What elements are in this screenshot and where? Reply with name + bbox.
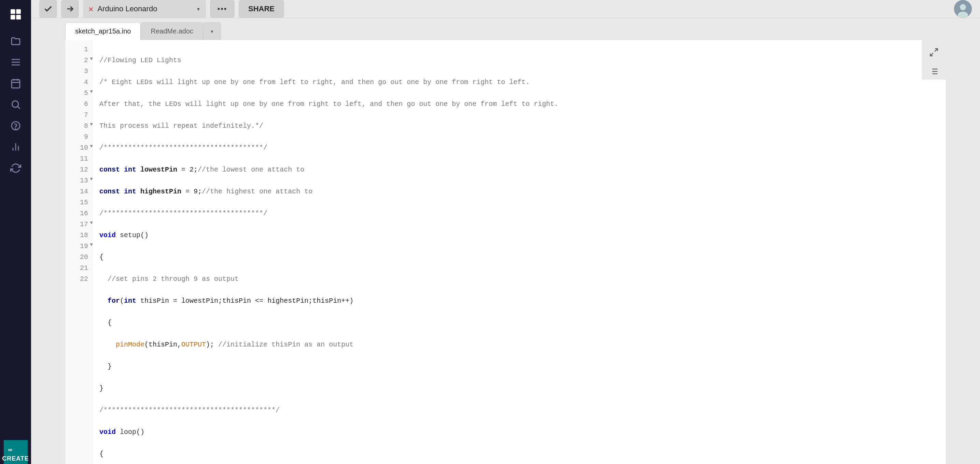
code-content: 1 2 3 4 5 6 7 8 9 10 11 12 13 14 15 16 1 (65, 40, 946, 464)
line-num-18: 18 (65, 230, 92, 241)
svg-text:∞: ∞ (8, 446, 12, 453)
sidebar-item-sync[interactable] (7, 159, 25, 177)
code-line-18: void loop() (99, 427, 939, 438)
line-num-21: 21 (65, 263, 92, 274)
line-num-3: 3 (65, 66, 92, 77)
line-num-19: 19 (65, 241, 92, 252)
board-name: Arduino Leonardo (97, 5, 192, 13)
svg-rect-2 (11, 15, 15, 20)
code-line-15: } (99, 361, 939, 372)
line-num-10: 10 (65, 142, 92, 153)
svg-line-23 (935, 49, 937, 52)
code-line-7: const int highestPin = 9;//the highest o… (99, 186, 939, 197)
expand-icon[interactable] (926, 44, 942, 61)
code-line-14: pinMode(thisPin,OUTPUT); //initialize th… (99, 339, 939, 350)
main-content: ✕ Arduino Leonardo ▾ ••• SHARE sketch_ap… (31, 0, 980, 464)
line-num-12: 12 (65, 164, 92, 175)
list-icon[interactable] (926, 63, 942, 80)
line-num-6: 6 (65, 99, 92, 110)
svg-line-24 (931, 53, 933, 56)
code-line-2: /* Eight LEDs will light up one by one f… (99, 77, 939, 88)
tabs-bar: sketch_apr15a.ino ReadMe.adoc ▾ (31, 18, 980, 40)
svg-rect-3 (16, 15, 21, 20)
code-line-11: //set pins 2 through 9 as output (99, 274, 939, 285)
line-num-9: 9 (65, 132, 92, 142)
line-numbers: 1 2 3 4 5 6 7 8 9 10 11 12 13 14 15 16 1 (65, 40, 92, 464)
line-num-14: 14 (65, 186, 92, 197)
tab-main[interactable]: sketch_apr15a.ino (65, 22, 141, 40)
svg-point-14 (15, 129, 16, 129)
svg-rect-0 (11, 9, 15, 14)
line-num-7: 7 (65, 110, 92, 121)
sidebar-item-calendar[interactable] (7, 75, 25, 92)
svg-point-11 (12, 101, 18, 107)
code-line-12: for(int thisPin = lowestPin;thisPin <= h… (99, 295, 939, 306)
line-num-15: 15 (65, 197, 92, 208)
upload-button[interactable] (61, 0, 79, 18)
create-label: CREATE (2, 455, 29, 462)
svg-line-12 (18, 107, 20, 108)
code-line-4: This process will repeat indefinitely.*/ (99, 121, 939, 132)
sidebar-item-search[interactable] (7, 96, 25, 113)
sidebar-item-analytics[interactable] (7, 138, 25, 156)
create-logo: ∞ CREATE (4, 440, 28, 464)
sidebar-item-help[interactable] (7, 117, 25, 135)
tab-readme-label: ReadMe.adoc (151, 27, 193, 35)
avatar[interactable] (954, 0, 972, 18)
line-num-1: 1 (65, 44, 92, 55)
more-options-button[interactable]: ••• (210, 0, 235, 18)
line-num-20: 20 (65, 252, 92, 263)
svg-point-21 (960, 4, 966, 10)
verify-button[interactable] (39, 0, 57, 18)
sidebar-item-sketch[interactable] (7, 53, 25, 71)
board-close-icon: ✕ (88, 4, 93, 14)
code-lines: //Flowing LED Lights /* Eight LEDs will … (92, 40, 946, 464)
code-line-1: //Flowing LED Lights (99, 55, 939, 66)
tab-dropdown-button[interactable]: ▾ (203, 22, 221, 40)
line-num-16: 16 (65, 208, 92, 219)
editor-container: sketch_apr15a.ino ReadMe.adoc ▾ 1 2 3 4 … (31, 18, 980, 464)
code-line-6: const int lowestPin = 2;//the lowest one… (99, 164, 939, 175)
sidebar-item-folder[interactable] (7, 32, 25, 50)
share-button[interactable]: SHARE (239, 0, 284, 18)
code-line-9: void setup() (99, 230, 939, 241)
line-num-17: 17 (65, 219, 92, 230)
line-num-2: 2 (65, 55, 92, 66)
line-num-5: 5 (65, 88, 92, 99)
tab-main-label: sketch_apr15a.ino (75, 27, 131, 35)
sidebar: ∞ CREATE (0, 0, 31, 464)
tab-readme[interactable]: ReadMe.adoc (141, 22, 203, 40)
code-line-19: { (99, 449, 939, 459)
line-num-4: 4 (65, 77, 92, 88)
toolbar: ✕ Arduino Leonardo ▾ ••• SHARE (31, 0, 980, 18)
line-num-22: 22 (65, 274, 92, 285)
code-line-10: { (99, 252, 939, 263)
line-num-11: 11 (65, 153, 92, 164)
board-selector[interactable]: ✕ Arduino Leonardo ▾ (83, 0, 206, 18)
code-line-3: After that, the LEDs will light up one b… (99, 99, 939, 110)
code-line-13: { (99, 317, 939, 328)
board-chevron-icon: ▾ (196, 5, 200, 13)
svg-rect-7 (12, 80, 20, 88)
svg-rect-1 (16, 9, 21, 14)
line-num-13: 13 (65, 175, 92, 186)
code-editor[interactable]: 1 2 3 4 5 6 7 8 9 10 11 12 13 14 15 16 1 (65, 40, 946, 464)
code-line-5: /***************************************… (99, 142, 939, 153)
grid-icon[interactable] (7, 5, 25, 23)
code-line-8: /***************************************… (99, 208, 939, 219)
line-num-8: 8 (65, 121, 92, 132)
code-line-16: } (99, 383, 939, 394)
editor-right-icons (922, 40, 946, 80)
code-line-17: /***************************************… (99, 405, 939, 416)
